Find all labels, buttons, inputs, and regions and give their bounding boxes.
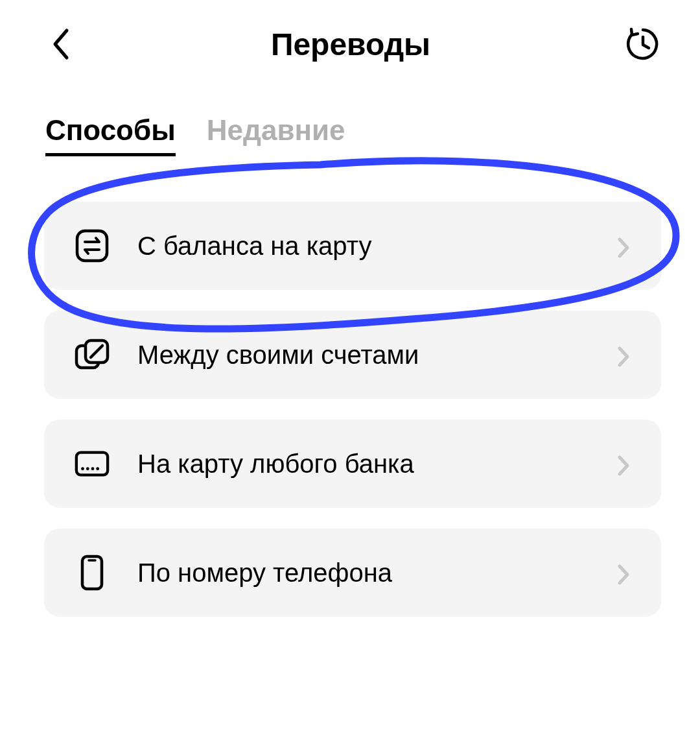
- option-by-phone-number[interactable]: По номеру телефона: [44, 529, 661, 617]
- option-label: На карту любого банка: [137, 449, 617, 479]
- tabs: Способы Недавние: [0, 82, 700, 156]
- svg-rect-4: [76, 453, 108, 475]
- header: Переводы: [0, 0, 700, 82]
- history-button[interactable]: [625, 26, 661, 62]
- clock-history-icon: [625, 26, 661, 62]
- option-label: По номеру телефона: [137, 558, 617, 588]
- page-title: Переводы: [271, 27, 430, 62]
- card-icon: [74, 446, 110, 482]
- svg-point-8: [96, 467, 99, 470]
- transfer-icon: [74, 228, 110, 264]
- chevron-right-icon: [617, 346, 635, 364]
- chevron-right-icon: [617, 455, 635, 473]
- between-accounts-icon: [74, 337, 110, 373]
- phone-icon: [74, 555, 110, 591]
- svg-rect-0: [77, 231, 107, 261]
- option-between-own-accounts[interactable]: Между своими счетами: [44, 311, 661, 399]
- svg-point-7: [91, 467, 95, 470]
- chevron-right-icon: [617, 237, 635, 255]
- tab-recent[interactable]: Недавние: [207, 114, 345, 153]
- option-label: Между своими счетами: [137, 340, 617, 370]
- chevron-right-icon: [617, 564, 635, 582]
- options-list: С баланса на карту Между своими счетами: [0, 156, 700, 617]
- svg-point-5: [81, 467, 84, 470]
- back-button[interactable]: [45, 29, 76, 60]
- option-balance-to-card[interactable]: С баланса на карту: [44, 202, 661, 290]
- option-to-any-bank-card[interactable]: На карту любого банка: [44, 420, 661, 508]
- tab-methods[interactable]: Способы: [45, 114, 176, 156]
- svg-point-6: [86, 467, 89, 470]
- option-label: С баланса на карту: [137, 232, 617, 261]
- chevron-left-icon: [51, 28, 71, 60]
